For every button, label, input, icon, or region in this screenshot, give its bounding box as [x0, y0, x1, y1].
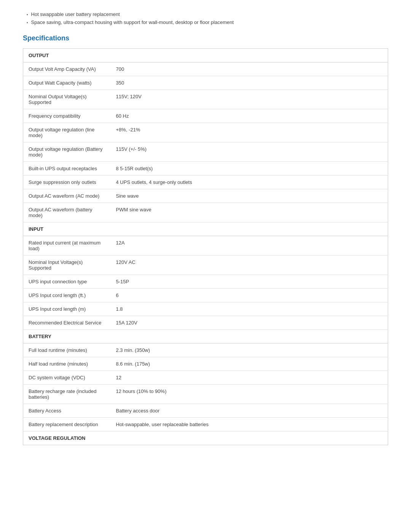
row-label: Nominal Input Voltage(s) Supported [23, 256, 111, 275]
row-value: 2.3 min. (350w) [111, 343, 388, 357]
row-value: Hot-swappable, user replaceable batterie… [111, 418, 388, 431]
row-label: Built-in UPS output receptacles [23, 162, 111, 176]
row-label: Rated input current (at maximum load) [23, 236, 111, 256]
table-row: UPS Input cord length (ft.)6 [23, 289, 388, 302]
row-value: 6 [111, 289, 388, 302]
row-value: 12 hours (10% to 90%) [111, 385, 388, 404]
bullet-list: •Hot swappable user battery replacement•… [23, 11, 388, 25]
row-label: Output voltage regulation (Battery mode) [23, 142, 111, 162]
table-row: Recommended Electrical Service15A 120V [23, 316, 388, 330]
row-label: DC system voltage (VDC) [23, 371, 111, 385]
row-label: Recommended Electrical Service [23, 316, 111, 330]
section-header-cell: VOLTAGE REGULATION [23, 431, 388, 445]
row-label: Battery replacement description [23, 418, 111, 431]
row-value: 350 [111, 76, 388, 90]
table-row: Rated input current (at maximum load)12A [23, 236, 388, 256]
row-value: 4 UPS outlets, 4 surge-only outlets [111, 176, 388, 189]
section-header-row: OUTPUT [23, 49, 388, 62]
bullet-item: •Space saving, ultra-compact housing wit… [27, 19, 388, 25]
table-row: Output Volt Amp Capacity (VA)700 [23, 62, 388, 76]
row-value: 8 5-15R outlet(s) [111, 162, 388, 176]
table-row: UPS input connection type5-15P [23, 275, 388, 289]
table-row: Battery AccessBattery access door [23, 404, 388, 418]
row-value: 60 Hz [111, 109, 388, 123]
bullet-text: Space saving, ultra-compact housing with… [31, 19, 234, 25]
table-row: Output voltage regulation (line mode)+8%… [23, 123, 388, 142]
row-label: UPS input connection type [23, 275, 111, 289]
table-row: Battery replacement descriptionHot-swapp… [23, 418, 388, 431]
row-value: 5-15P [111, 275, 388, 289]
row-value: 15A 120V [111, 316, 388, 330]
row-value: 115V; 120V [111, 90, 388, 109]
row-label: Output voltage regulation (line mode) [23, 123, 111, 142]
specs-table: OUTPUTOutput Volt Amp Capacity (VA)700Ou… [23, 48, 388, 445]
row-value: 700 [111, 62, 388, 76]
row-value: Sine wave [111, 189, 388, 203]
table-row: Surge suppression only outlets4 UPS outl… [23, 176, 388, 189]
section-header-row: VOLTAGE REGULATION [23, 431, 388, 445]
row-label: Output AC waveform (battery mode) [23, 203, 111, 222]
row-label: Frequency compatibility [23, 109, 111, 123]
table-row: Output Watt Capacity (watts)350 [23, 76, 388, 90]
table-row: Built-in UPS output receptacles8 5-15R o… [23, 162, 388, 176]
bullet-dot: • [27, 21, 28, 25]
table-row: UPS Input cord length (m)1.8 [23, 302, 388, 316]
row-label: Half load runtime (minutes) [23, 357, 111, 371]
row-value: 1.8 [111, 302, 388, 316]
table-row: Output AC waveform (battery mode)PWM sin… [23, 203, 388, 222]
table-row: Output voltage regulation (Battery mode)… [23, 142, 388, 162]
row-value: PWM sine wave [111, 203, 388, 222]
table-row: Full load runtime (minutes)2.3 min. (350… [23, 343, 388, 357]
section-title: Specifications [23, 34, 388, 42]
row-value: 115V (+/- 5%) [111, 142, 388, 162]
section-header-cell: OUTPUT [23, 49, 388, 62]
table-row: Half load runtime (minutes)8.6 min. (175… [23, 357, 388, 371]
row-label: Nominal Output Voltage(s) Supported [23, 90, 111, 109]
table-row: Nominal Input Voltage(s) Supported120V A… [23, 256, 388, 275]
bullet-item: •Hot swappable user battery replacement [27, 11, 388, 17]
table-row: Output AC waveform (AC mode)Sine wave [23, 189, 388, 203]
bullet-dot: • [27, 13, 28, 17]
row-value: 8.6 min. (175w) [111, 357, 388, 371]
row-label: Battery Access [23, 404, 111, 418]
section-header-row: INPUT [23, 222, 388, 236]
row-label: Battery recharge rate (included batterie… [23, 385, 111, 404]
row-label: Output AC waveform (AC mode) [23, 189, 111, 203]
table-row: Battery recharge rate (included batterie… [23, 385, 388, 404]
row-value: 120V AC [111, 256, 388, 275]
row-label: UPS Input cord length (m) [23, 302, 111, 316]
table-row: DC system voltage (VDC)12 [23, 371, 388, 385]
bullet-text: Hot swappable user battery replacement [31, 11, 120, 17]
row-value: 12 [111, 371, 388, 385]
row-label: Output Volt Amp Capacity (VA) [23, 62, 111, 76]
section-header-cell: BATTERY [23, 330, 388, 343]
row-label: Surge suppression only outlets [23, 176, 111, 189]
table-row: Nominal Output Voltage(s) Supported115V;… [23, 90, 388, 109]
row-label: UPS Input cord length (ft.) [23, 289, 111, 302]
row-value: 12A [111, 236, 388, 256]
section-header-row: BATTERY [23, 330, 388, 343]
section-header-cell: INPUT [23, 222, 388, 236]
table-row: Frequency compatibility60 Hz [23, 109, 388, 123]
row-label: Output Watt Capacity (watts) [23, 76, 111, 90]
row-value: +8%, -21% [111, 123, 388, 142]
row-label: Full load runtime (minutes) [23, 343, 111, 357]
row-value: Battery access door [111, 404, 388, 418]
